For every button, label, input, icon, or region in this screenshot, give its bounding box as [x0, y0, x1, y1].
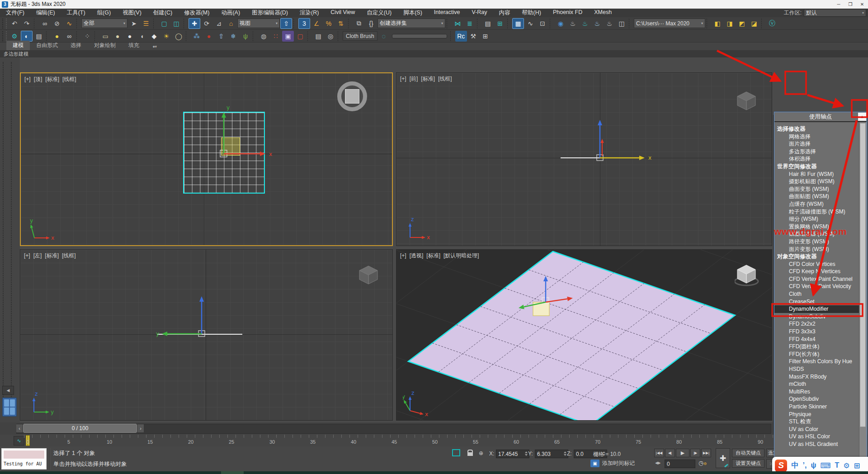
container-icon-3[interactable]: ◩ [736, 18, 748, 29]
mini-curve-editor-icon[interactable]: ∿ [14, 436, 24, 446]
select-and-place-icon[interactable]: ⌂ [225, 18, 237, 29]
modifier-item[interactable]: UV as HSL Color [774, 433, 859, 441]
modifier-item[interactable]: 粒子流碰撞图形 (WSM) [774, 208, 859, 216]
vray-toolbar-icon[interactable]: Ⓥ [766, 18, 778, 29]
ime-lang-icon[interactable]: 中 [792, 461, 799, 470]
rc-button-icon[interactable]: Rc [455, 31, 467, 42]
unlink-selection-icon[interactable]: ⊘ [51, 18, 63, 29]
menu-item[interactable]: Civil View [325, 9, 361, 17]
modifier-item[interactable]: 曲面贴图 (WSM) [774, 193, 859, 200]
menu-item[interactable]: V-Ray [466, 9, 493, 17]
ab-compare-icon[interactable]: ◫ [616, 18, 627, 29]
up-arrow-icon[interactable]: ⇧ [215, 31, 227, 42]
ribbon-toggle-icon[interactable]: ▦ [512, 18, 524, 29]
modifier-item[interactable]: 细分 (WSM) [774, 215, 859, 223]
project-folder-combo[interactable]: C:\Users\··· Max 2020▾ [634, 19, 705, 28]
angle-snap-icon[interactable]: ∠ [311, 18, 322, 29]
reference-coordinate-combo[interactable]: 视图▾ [237, 19, 280, 28]
undo-icon[interactable]: ↶ [9, 18, 20, 29]
modifier-item[interactable]: Filter Mesh Colors By Hue [774, 358, 859, 365]
viewport-menu-shading[interactable]: [线框] [62, 76, 76, 82]
viewport-menu-renderer[interactable]: [标准] [426, 252, 440, 259]
egg-object-icon[interactable]: ● [112, 31, 123, 42]
brush-size-slider[interactable] [392, 34, 447, 38]
previous-frame-arrow[interactable]: ‹ [16, 424, 23, 432]
menu-item[interactable]: 文件(F) [0, 9, 30, 17]
select-by-name-icon[interactable]: ☰ [140, 18, 152, 29]
frame-step-arrows[interactable]: ◀▶ [655, 461, 660, 465]
mirror-icon[interactable]: ⋈ [452, 18, 463, 29]
menu-item[interactable]: 渲染(R) [294, 9, 325, 17]
menu-item[interactable]: 图形编辑器(D) [246, 9, 294, 17]
modifier-item[interactable]: MassFX RBody [774, 373, 859, 381]
modifier-item[interactable]: Hair 和 Fur (WSM) [774, 171, 859, 178]
render-production-icon[interactable]: ♨ [591, 18, 603, 29]
plane-object-icon[interactable]: ▭ [99, 31, 111, 42]
ime-punct-icon[interactable]: ’, [803, 461, 807, 469]
modifier-item[interactable]: Cloth [774, 290, 859, 298]
vray-gear-icon[interactable]: ⚙ [9, 31, 20, 42]
close-button[interactable]: ✕ [856, 0, 868, 9]
named-selection-pencil-icon[interactable]: {} [365, 18, 377, 29]
ribbon-tab[interactable]: 填充 [122, 41, 146, 50]
viewport-menu-pov[interactable]: [透视] [410, 252, 424, 259]
named-selection-sets-combo[interactable]: 创建选择集▾ [377, 19, 445, 28]
set-keys-button[interactable]: ✚ [716, 448, 730, 468]
toolbar-drag-handle[interactable] [2, 19, 7, 28]
x-coordinate-field[interactable]: 17.4545 [496, 450, 529, 458]
modifier-item[interactable]: FFD(长方体) [774, 351, 859, 358]
sogou-logo-icon[interactable]: S [775, 460, 787, 472]
modifier-item[interactable]: 网格选择 [774, 133, 859, 141]
modifier-item[interactable]: FFD(圆柱体) [774, 343, 859, 351]
modifier-item[interactable]: 路径变形 (WSM) [774, 238, 859, 246]
menu-item[interactable]: 组(G) [91, 9, 117, 17]
egg2-object-icon[interactable]: ◯ [173, 31, 184, 42]
track-bar[interactable]: ∿ 05101520253035404550556065707580859095… [0, 435, 868, 447]
plane-object-front-view[interactable] [561, 157, 641, 158]
sphere-object-icon[interactable]: ● [124, 31, 136, 42]
auto-key-button[interactable]: 自动关键点 [732, 449, 764, 457]
viewport-menu-pov[interactable]: [前] [410, 76, 418, 82]
viewcube[interactable] [357, 263, 382, 289]
frame-buffer-icon[interactable]: ▤ [33, 31, 45, 42]
modifier-item[interactable]: UV as HSL Gradient [774, 441, 859, 448]
dotted-circle-icon[interactable]: ◌ [378, 31, 390, 42]
menu-item[interactable]: 创建(C) [147, 9, 178, 17]
modifier-item[interactable]: DynamoSubdiv [774, 313, 859, 321]
time-configuration-icon[interactable]: ◷⚙ [698, 460, 707, 466]
modifier-item[interactable]: 摄影机贴图 (WSM) [774, 178, 859, 185]
viewport-menu-shading[interactable]: [线框] [62, 252, 76, 259]
redo-icon[interactable]: ↷ [21, 18, 33, 29]
hammer-icon[interactable]: ⚒ [467, 31, 479, 42]
modifier-item[interactable]: FFD 3x3x3 [774, 328, 859, 336]
menu-item[interactable]: 工具(T) [61, 9, 91, 17]
spiral-icon[interactable]: ◎ [325, 31, 336, 42]
select-object-icon[interactable]: ➤ [128, 18, 140, 29]
select-and-rotate-icon[interactable]: ⟳ [201, 18, 212, 29]
spheres-pair-icon[interactable]: ∞ [63, 31, 75, 42]
maximize-button[interactable]: ❐ [844, 0, 856, 9]
menu-item[interactable]: 修改器(M) [178, 9, 215, 17]
curve-editor-icon[interactable]: ∿ [524, 18, 536, 29]
modifier-item[interactable]: 多边形选择 [774, 148, 859, 156]
modifier-item[interactable]: UV as Color [774, 426, 859, 433]
dropdown-scrollbar[interactable] [859, 122, 867, 474]
viewport-top[interactable]: [+][顶][标准][线框] yx xy [20, 72, 393, 246]
ribbon-tab[interactable]: 选择 [64, 41, 88, 50]
menu-item[interactable]: 动画(A) [215, 9, 246, 17]
snaps-toggle-icon[interactable]: 3 [298, 18, 310, 29]
modifier-item[interactable]: HSDS [774, 365, 859, 373]
dots-cluster-icon[interactable]: ⁘ [81, 31, 93, 42]
spinner-icon[interactable] [525, 451, 528, 456]
viewport-menu-pov[interactable]: [左] [33, 252, 42, 259]
modifier-item[interactable]: mCloth [774, 380, 859, 388]
viewport-menu-renderer[interactable]: [标准] [45, 252, 59, 259]
menu-item[interactable]: Interactive [428, 9, 466, 17]
modifier-item[interactable]: 体积选择 [774, 155, 859, 163]
ime-mic-icon[interactable]: ψ [811, 461, 816, 469]
gray-sphere-icon[interactable]: ◍ [258, 31, 269, 42]
menu-item[interactable]: 内容 [493, 9, 516, 17]
add-time-tag[interactable]: ▣ 添加时间标记 [590, 460, 635, 467]
red-green-balls-icon[interactable]: ∷ [270, 31, 282, 42]
bind-to-spacewarp-icon[interactable]: ∿ [63, 18, 75, 29]
